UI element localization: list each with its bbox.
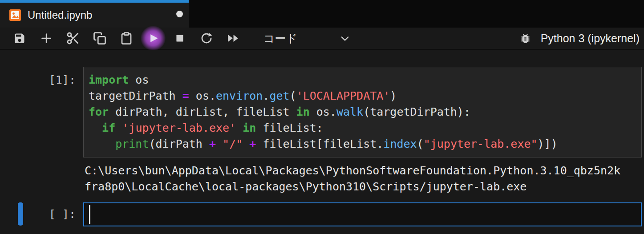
notebook-content: [1]: import ostargetDirPath = os.environ… — [0, 50, 644, 234]
chevron-down-icon — [339, 32, 351, 44]
save-button[interactable] — [6, 28, 33, 48]
save-icon — [13, 32, 26, 44]
input-prompt-1: [1]: — [0, 72, 76, 88]
debugger-button[interactable] — [512, 28, 539, 48]
unsaved-changes-dot[interactable] — [176, 11, 183, 17]
restart-run-all-button[interactable] — [220, 28, 247, 48]
restart-icon — [200, 32, 213, 45]
code-editor-1[interactable]: import ostargetDirPath = os.environ.get(… — [83, 67, 642, 157]
play-icon — [147, 32, 159, 44]
code-lines: import ostargetDirPath = os.environ.get(… — [89, 72, 636, 152]
cell-type-dropdown[interactable]: コード — [263, 28, 351, 48]
copy-cells-button[interactable] — [86, 28, 113, 48]
cut-cells-button[interactable] — [60, 28, 86, 48]
tab-bar: Untitled.ipynb — [0, 0, 644, 28]
tab-title: Untitled.ipynb — [28, 9, 92, 21]
clipboard-icon — [120, 32, 133, 45]
plus-icon — [40, 32, 53, 45]
notebook-toolbar: コード Python 3 (ipykernel) — [0, 28, 644, 50]
restart-kernel-button[interactable] — [193, 28, 220, 48]
output-lines: C:\Users\bun\AppData\Local\Packages\Pyth… — [85, 163, 642, 195]
bug-icon — [519, 32, 531, 44]
text-cursor — [89, 205, 90, 224]
cell-1-output: C:\Users\bun\AppData\Local\Packages\Pyth… — [85, 163, 642, 195]
fast-forward-icon — [227, 32, 240, 45]
stop-icon — [174, 32, 186, 44]
code-editor-2-active[interactable] — [83, 202, 642, 226]
cell-type-label: コード — [263, 31, 297, 46]
scissors-icon — [66, 31, 80, 45]
paste-cells-button[interactable] — [113, 28, 140, 48]
notebook-icon — [9, 9, 21, 21]
interrupt-kernel-button[interactable] — [166, 28, 193, 48]
run-button[interactable] — [140, 28, 166, 48]
kernel-name-button[interactable]: Python 3 (ipykernel) — [539, 28, 644, 48]
tab-untitled-ipynb[interactable]: Untitled.ipynb — [0, 0, 189, 28]
copy-icon — [93, 32, 106, 45]
input-prompt-2: [ ]: — [0, 206, 76, 222]
insert-cell-button[interactable] — [33, 28, 60, 48]
jupyterlab-window: Untitled.ipynb — [0, 0, 644, 234]
